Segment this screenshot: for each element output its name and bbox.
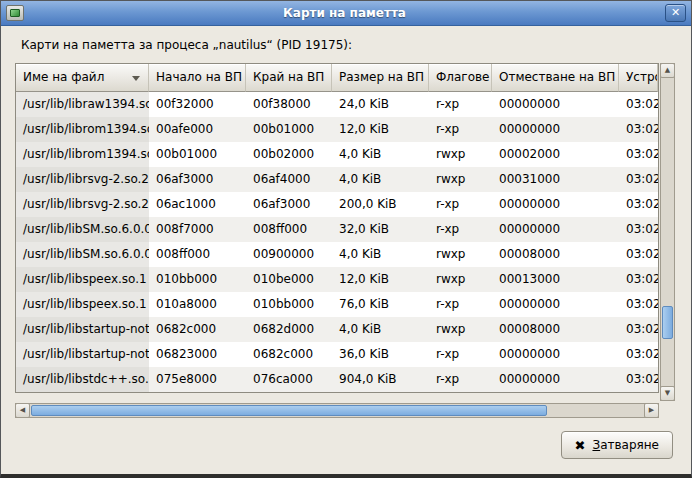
cell: 00008000 <box>492 317 619 342</box>
cell: /usr/lib/libSM.so.6.0.0 <box>16 217 149 242</box>
vertical-scrollbar-thumb[interactable] <box>662 306 673 339</box>
scroll-left-icon[interactable]: ◀ <box>15 403 30 418</box>
cell: 4,0 KiB <box>332 242 429 267</box>
column-header-1[interactable]: Начало на ВП <box>149 64 246 92</box>
cell: r-xp <box>429 217 492 242</box>
cell: /usr/lib/libraw1394.so <box>16 92 149 117</box>
cell: 03:02 <box>619 367 658 392</box>
table-row[interactable]: /usr/lib/libSM.so.6.0.0008ff000009000004… <box>16 242 658 267</box>
cell: /usr/lib/librom1394.so <box>16 142 149 167</box>
cell: 00013000 <box>492 267 619 292</box>
column-header-label: Име на файл <box>23 70 104 84</box>
cell: 06ac1000 <box>149 192 246 217</box>
cell: 076ca000 <box>246 367 332 392</box>
cell: 36,0 KiB <box>332 342 429 367</box>
cell: 00f32000 <box>149 92 246 117</box>
cell: rwxp <box>429 242 492 267</box>
cell: 03:02 <box>619 242 658 267</box>
table-row[interactable]: /usr/lib/libstartup-noti068230000682c000… <box>16 342 658 367</box>
column-header-0[interactable]: Име на файл <box>16 64 149 92</box>
cell: r-xp <box>429 342 492 367</box>
dialog-heading: Карти на паметта за процеса „nautilus“ (… <box>21 38 352 52</box>
cell: 00b02000 <box>246 142 332 167</box>
cell: 4,0 KiB <box>332 167 429 192</box>
memory-map-table: Име на файлНачало на ВПКрай на ВПРазмер … <box>15 63 659 393</box>
cell: 06af3000 <box>149 167 246 192</box>
cell: 008ff000 <box>246 217 332 242</box>
cell: /usr/lib/libspeex.so.1 <box>16 292 149 317</box>
cell: /usr/lib/libSM.so.6.0.0 <box>16 242 149 267</box>
cell: 06af4000 <box>246 167 332 192</box>
cell: 008ff000 <box>149 242 246 267</box>
cell: rwxp <box>429 267 492 292</box>
close-x-icon: ✖ <box>575 439 586 452</box>
cell: 06823000 <box>149 342 246 367</box>
horizontal-scrollbar[interactable]: ◀ ▶ <box>15 403 659 418</box>
table-row[interactable]: /usr/lib/libstartup-noti0682c0000682d000… <box>16 317 658 342</box>
cell: r-xp <box>429 192 492 217</box>
column-header-4[interactable]: Флагове <box>429 64 492 92</box>
scroll-up-icon[interactable]: ▲ <box>660 63 675 78</box>
cell: 03:02 <box>619 92 658 117</box>
column-header-label: Начало на ВП <box>156 70 242 84</box>
cell: 0682c000 <box>246 342 332 367</box>
cell: 010bb000 <box>149 267 246 292</box>
titlebar[interactable]: Карти на паметта ✕ <box>1 1 691 26</box>
scroll-right-icon[interactable]: ▶ <box>644 403 659 418</box>
column-header-2[interactable]: Край на ВП <box>246 64 332 92</box>
system-monitor-icon <box>6 5 24 21</box>
close-button-label: Затваряне <box>592 438 659 452</box>
cell: /usr/lib/librom1394.so <box>16 117 149 142</box>
cell: 075e8000 <box>149 367 246 392</box>
vertical-scrollbar[interactable]: ▲ ▼ <box>660 63 675 401</box>
table-row[interactable]: /usr/lib/librsvg-2.so.206af300006af40004… <box>16 167 658 192</box>
table-row[interactable]: /usr/lib/librom1394.so00b0100000b020004,… <box>16 142 658 167</box>
cell: 00031000 <box>492 167 619 192</box>
window-title: Карти на паметта <box>24 6 665 20</box>
cell: 4,0 KiB <box>332 142 429 167</box>
column-header-label: Отместване на ВП <box>499 70 615 84</box>
table-row[interactable]: /usr/lib/libspeex.so.1010a8000010bb00076… <box>16 292 658 317</box>
cell: 00f38000 <box>246 92 332 117</box>
close-dialog-button[interactable]: ✖ Затваряне <box>561 431 673 459</box>
column-header-label: Устройство <box>626 70 658 84</box>
cell: 904,0 KiB <box>332 367 429 392</box>
cell: 0682c000 <box>149 317 246 342</box>
cell: /usr/lib/libstartup-noti <box>16 342 149 367</box>
cell: 00000000 <box>492 342 619 367</box>
table-row[interactable]: /usr/lib/librom1394.so00afe00000b0100012… <box>16 117 658 142</box>
cell: 00000000 <box>492 192 619 217</box>
cell: 008f7000 <box>149 217 246 242</box>
cell: 00b01000 <box>246 117 332 142</box>
cell: 03:02 <box>619 192 658 217</box>
cell: 32,0 KiB <box>332 217 429 242</box>
cell: 00002000 <box>492 142 619 167</box>
column-header-5[interactable]: Отместване на ВП <box>492 64 619 92</box>
scroll-down-icon[interactable]: ▼ <box>660 386 675 401</box>
cell: /usr/lib/libstartup-noti <box>16 317 149 342</box>
cell: 03:02 <box>619 217 658 242</box>
cell: 200,0 KiB <box>332 192 429 217</box>
sort-descending-icon <box>132 76 140 81</box>
cell: 00008000 <box>492 242 619 267</box>
table-row[interactable]: /usr/lib/libstdc++.so.6075e8000076ca0009… <box>16 367 658 392</box>
column-header-6[interactable]: Устройство <box>619 64 658 92</box>
cell: rwxp <box>429 167 492 192</box>
cell: 24,0 KiB <box>332 92 429 117</box>
table-row[interactable]: /usr/lib/libSM.so.6.0.0008f7000008ff0003… <box>16 217 658 242</box>
window-close-button[interactable]: ✕ <box>665 4 686 22</box>
cell: 00000000 <box>492 292 619 317</box>
table-row[interactable]: /usr/lib/libraw1394.so00f3200000f3800024… <box>16 92 658 117</box>
cell: 0682d000 <box>246 317 332 342</box>
cell: 4,0 KiB <box>332 317 429 342</box>
table-row[interactable]: /usr/lib/librsvg-2.so.206ac100006af30002… <box>16 192 658 217</box>
column-header-3[interactable]: Размер на ВП <box>332 64 429 92</box>
cell: 00000000 <box>492 367 619 392</box>
cell: r-xp <box>429 367 492 392</box>
horizontal-scrollbar-thumb[interactable] <box>31 405 547 416</box>
cell: rwxp <box>429 317 492 342</box>
cell: 03:02 <box>619 342 658 367</box>
cell: r-xp <box>429 292 492 317</box>
cell: 76,0 KiB <box>332 292 429 317</box>
table-row[interactable]: /usr/lib/libspeex.so.1010bb000010be00012… <box>16 267 658 292</box>
